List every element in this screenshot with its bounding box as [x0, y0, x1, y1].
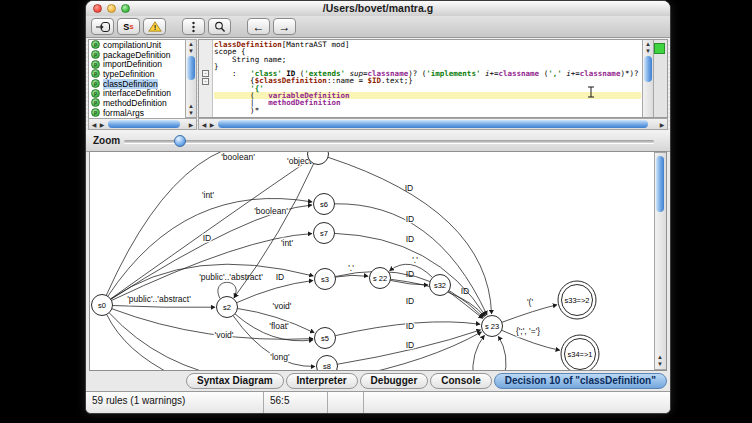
ideas-icon	[191, 21, 196, 33]
scroll-right-icon[interactable]: ▶	[207, 122, 217, 128]
edge-label: ID	[406, 296, 415, 306]
edge-label: 'long'	[270, 352, 290, 362]
rule-list: pcompilationUnitppackageDefinitionpimpor…	[88, 39, 186, 120]
find-icon	[214, 21, 226, 33]
edge	[107, 314, 175, 370]
scroll-down-icon[interactable]: ▼	[186, 110, 196, 116]
scroll-up-icon[interactable]: ▲	[655, 354, 665, 360]
back-button[interactable]: ←	[247, 18, 270, 35]
rule-name: importDefinition	[103, 59, 162, 69]
editor-line: classDefinition[MantraAST mod]	[214, 41, 641, 48]
sidebar-item-classDefinition[interactable]: pclassDefinition	[89, 79, 185, 89]
edge	[498, 336, 506, 370]
edge	[111, 205, 312, 299]
scroll-thumb[interactable]	[218, 120, 648, 128]
rule-name: classDefinition	[103, 79, 158, 89]
upper-split-pane: pcompilationUnitppackageDefinitionpimpor…	[86, 38, 670, 131]
window-title: /Users/bovet/mantra.g	[86, 1, 670, 16]
rules-icon	[96, 22, 110, 32]
state-label: s2	[223, 303, 231, 312]
scroll-down-icon[interactable]: ▼	[655, 361, 665, 367]
tab-debugger[interactable]: Debugger	[360, 373, 429, 389]
sidebar-item-compilationUnit[interactable]: pcompilationUnit	[89, 40, 185, 50]
edge	[345, 332, 482, 370]
rule-list-vscrollbar[interactable]: ▲ ▼ ▲ ▼	[185, 39, 197, 118]
tab-interpreter[interactable]: Interpreter	[286, 373, 358, 389]
warning-icon: !	[148, 21, 162, 32]
rule-icon: p	[91, 98, 100, 107]
scroll-up-icon[interactable]: ▲	[186, 103, 196, 109]
scroll-down-icon[interactable]: ▼	[643, 48, 653, 54]
sidebar-item-typeDefinition[interactable]: ptypeDefinition	[89, 69, 185, 79]
edge-label: ID	[406, 269, 415, 279]
scroll-thumb[interactable]	[187, 56, 195, 80]
titlebar[interactable]: /Users/bovet/mantra.g	[86, 1, 670, 17]
sidebar-item-interfaceDefinition[interactable]: pinterfaceDefinition	[89, 88, 185, 98]
toolbar: Ss!←→	[86, 16, 670, 38]
edge-label: 'public'..'abstract'	[127, 294, 191, 304]
sidebar-item-methodDefinition[interactable]: pmethodDefinition	[89, 98, 185, 108]
scroll-thumb[interactable]	[108, 120, 180, 128]
desktop-background: { "window": { "title": "/Users/bovet/man…	[0, 0, 752, 423]
edge	[112, 306, 215, 308]
scroll-up-icon[interactable]: ▲	[186, 41, 196, 47]
edge-label: {';', '='}	[516, 326, 540, 336]
scroll-down-icon[interactable]: ▼	[186, 48, 196, 54]
state-label: s34=>1	[567, 350, 592, 359]
app-window: /Users/bovet/mantra.g Ss!←→ pcompilation…	[85, 0, 671, 414]
status-bar: 59 rules (1 warnings) 56:5	[86, 391, 670, 414]
tab-decision-10-of-classdefinition[interactable]: Decision 10 of "classDefinition"	[494, 373, 667, 389]
tab-syntax-diagram[interactable]: Syntax Diagram	[186, 373, 284, 389]
state-label: s 22	[373, 274, 387, 283]
edge	[473, 335, 485, 370]
editor-code[interactable]: classDefinition[MantraAST mod]scope { St…	[214, 41, 641, 117]
fold-marker-icon[interactable]: -	[202, 78, 209, 85]
fold-marker-icon[interactable]: -	[202, 70, 209, 77]
zoom-slider-knob[interactable]	[174, 135, 186, 147]
syntax-coloring-button[interactable]: Ss	[117, 18, 140, 35]
find-button[interactable]	[208, 18, 231, 35]
forward-button[interactable]: →	[273, 18, 296, 35]
editor-line: | methodDefinition	[214, 99, 641, 106]
sidebar-item-packageDefinition[interactable]: ppackageDefinition	[89, 50, 185, 60]
edge-label: ID	[406, 321, 415, 331]
sidebar-item-formalArgs[interactable]: pformalArgs	[89, 108, 185, 118]
state-label: s8	[323, 362, 331, 371]
close-button[interactable]	[93, 4, 102, 13]
edge-label: ID	[406, 340, 415, 350]
rule-name: packageDefinition	[103, 50, 171, 60]
edge-label: ID	[406, 214, 415, 224]
minimize-button[interactable]	[107, 4, 116, 13]
zoom-slider-track[interactable]	[124, 140, 654, 143]
ideas-button[interactable]	[182, 18, 205, 35]
zoom-button[interactable]	[121, 4, 130, 13]
scroll-thumb[interactable]	[644, 56, 652, 82]
edge-label: 'float'	[269, 321, 289, 331]
diagram-vscrollbar[interactable]: ▲ ▼	[654, 152, 666, 370]
state-label: s 23	[485, 322, 499, 331]
scroll-thumb[interactable]	[656, 156, 664, 212]
rules-button[interactable]	[91, 18, 114, 35]
rule-list-hscrollbar[interactable]: ◀ ▶ ▶	[88, 118, 197, 130]
rule-icon: p	[91, 79, 100, 88]
status-extra-cell	[328, 392, 364, 414]
grammar-editor[interactable]: -- classDefinition[MantraAST mod]scope {…	[198, 39, 668, 118]
editor-hscrollbar[interactable]: ◀ ▶ ▶	[198, 118, 668, 130]
rule-name: compilationUnit	[103, 40, 161, 50]
state-label: s33=>2	[564, 296, 589, 305]
editor-vscrollbar[interactable]: ▲ ▼	[642, 40, 654, 118]
decision-diagram-panel[interactable]: 'boolean''object''int''boolean''int'ID'p…	[89, 151, 667, 371]
tab-console[interactable]: Console	[430, 373, 491, 389]
status-rules-count: 59 rules (1 warnings)	[86, 392, 264, 414]
status-caret-position: 56:5	[264, 392, 328, 414]
scroll-up-icon[interactable]: ▲	[643, 41, 653, 47]
rule-icon: p	[91, 108, 100, 117]
editor-line: String name;	[214, 56, 641, 63]
scroll-right-icon[interactable]: ▶	[186, 122, 196, 128]
warning-button[interactable]: !	[143, 18, 166, 35]
scroll-right-icon[interactable]: ▶	[657, 122, 667, 128]
scroll-right-icon[interactable]: ▶	[97, 122, 107, 128]
sidebar-item-importDefinition[interactable]: pimportDefinition	[89, 59, 185, 69]
state-label: s7	[320, 229, 328, 238]
bottom-tabs: Syntax DiagramInterpreterDebuggerConsole…	[186, 373, 667, 389]
